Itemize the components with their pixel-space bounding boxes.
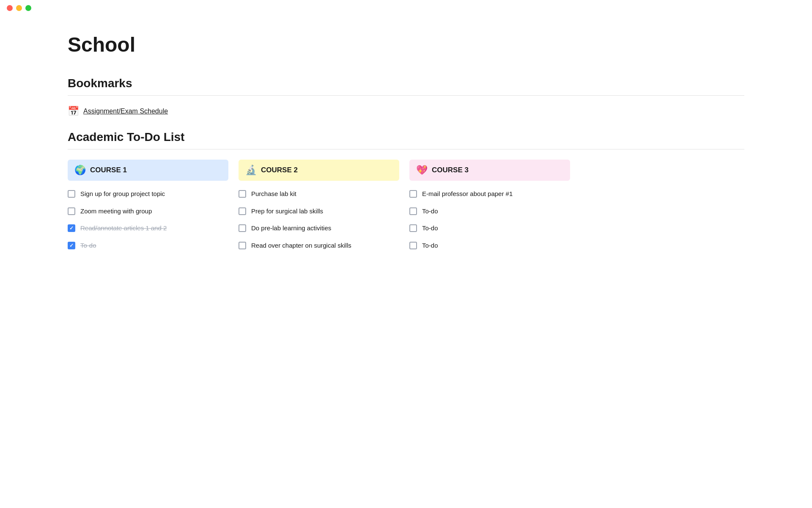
todo-section-title: Academic To-Do List (68, 130, 744, 144)
todo-text-completed: Read/annotate articles 1 and 2 (80, 224, 167, 233)
checkbox[interactable] (409, 224, 417, 232)
todo-text: Do pre-lab learning activities (251, 224, 331, 233)
todo-text: Zoom meeting with group (80, 207, 152, 216)
minimize-button[interactable] (16, 5, 22, 11)
checkbox[interactable] (239, 242, 246, 249)
todo-item: Read/annotate articles 1 and 2 (68, 224, 228, 233)
todo-text: Read over chapter on surgical skills (251, 241, 351, 251)
todo-text: To-do (422, 207, 438, 216)
todo-item: Read over chapter on surgical skills (239, 241, 399, 251)
checkbox[interactable] (239, 190, 246, 198)
checkbox-checked[interactable] (68, 242, 75, 249)
bookmarks-divider (68, 95, 744, 96)
course3-header: 💖 COURSE 3 (409, 160, 570, 181)
window-bar (0, 0, 812, 16)
todo-text: To-do (422, 224, 438, 233)
checkbox-checked[interactable] (68, 224, 75, 232)
checkbox[interactable] (409, 190, 417, 198)
bookmark-calendar-icon: 📅 (68, 106, 79, 117)
bookmarks-section-title: Bookmarks (68, 77, 744, 90)
course2-column: 🔬 COURSE 2 Purchase lab kit Prep for sur… (239, 160, 399, 258)
course3-label: COURSE 3 (432, 166, 469, 174)
course2-icon: 🔬 (245, 165, 257, 176)
todo-item: Zoom meeting with group (68, 207, 228, 216)
page-title: School (68, 33, 744, 56)
todo-text: E-mail professor about paper #1 (422, 189, 513, 199)
todo-item: To-do (409, 224, 570, 233)
maximize-button[interactable] (25, 5, 31, 11)
course3-column: 💖 COURSE 3 E-mail professor about paper … (409, 160, 570, 258)
course1-column: 🌍 COURSE 1 Sign up for group project top… (68, 160, 228, 258)
todo-item: E-mail professor about paper #1 (409, 189, 570, 199)
course1-header: 🌍 COURSE 1 (68, 160, 228, 181)
checkbox[interactable] (409, 207, 417, 215)
todo-text-completed: To-do (80, 241, 96, 251)
close-button[interactable] (7, 5, 13, 11)
todo-item: Sign up for group project topic (68, 189, 228, 199)
bookmark-link[interactable]: Assignment/Exam Schedule (83, 108, 168, 115)
todo-item: To-do (68, 241, 228, 251)
course1-label: COURSE 1 (90, 166, 127, 174)
todo-text: To-do (422, 241, 438, 251)
course3-icon: 💖 (416, 165, 428, 176)
todo-item: Prep for surgical lab skills (239, 207, 399, 216)
course2-header: 🔬 COURSE 2 (239, 160, 399, 181)
todo-text: Sign up for group project topic (80, 189, 165, 199)
todo-item: To-do (409, 207, 570, 216)
checkbox[interactable] (239, 224, 246, 232)
todo-text: Purchase lab kit (251, 189, 296, 199)
checkbox[interactable] (239, 207, 246, 215)
checkbox[interactable] (409, 242, 417, 249)
todo-item: Purchase lab kit (239, 189, 399, 199)
todo-item: Do pre-lab learning activities (239, 224, 399, 233)
checkbox[interactable] (68, 190, 75, 198)
checkbox[interactable] (68, 207, 75, 215)
todo-item: To-do (409, 241, 570, 251)
todo-columns: 🌍 COURSE 1 Sign up for group project top… (68, 160, 744, 258)
todo-text: Prep for surgical lab skills (251, 207, 323, 216)
course2-label: COURSE 2 (261, 166, 298, 174)
course1-icon: 🌍 (74, 165, 86, 176)
todo-divider (68, 149, 744, 149)
main-content: School Bookmarks 📅 Assignment/Exam Sched… (0, 16, 812, 275)
bookmark-item[interactable]: 📅 Assignment/Exam Schedule (68, 106, 744, 117)
